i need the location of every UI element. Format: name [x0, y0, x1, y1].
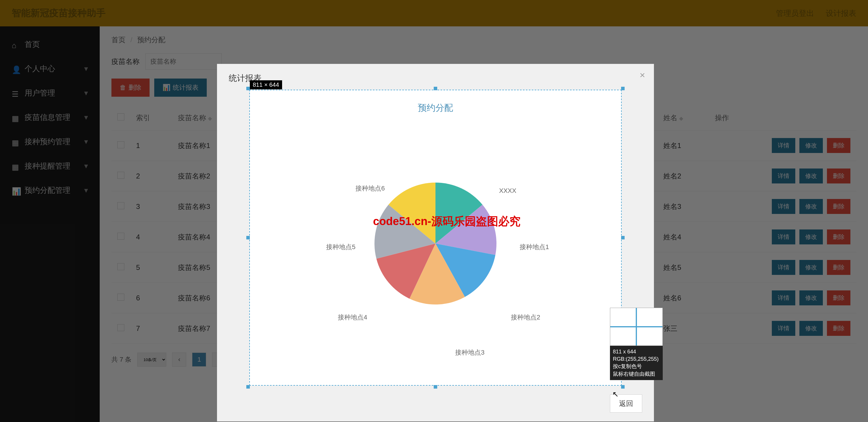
pie-label: 接种地点2 — [511, 313, 540, 322]
picker-hint: 鼠标右键自由截图 — [613, 370, 660, 378]
picker-info: 811 x 644 RGB:(255,255,255) 按c复制色号 鼠标右键自… — [610, 346, 663, 380]
pie-label: 接种地点5 — [326, 242, 355, 252]
watermark-text: code51.cn-源码乐园盗图必究 — [373, 214, 521, 229]
close-icon[interactable]: × — [640, 70, 645, 80]
selection-dimensions: 811 × 644 — [250, 80, 282, 89]
chart-area: 811 × 644 预约分配 code51.cn-源码乐园盗图必究 XXXX 接… — [249, 90, 622, 386]
pie-label: 接种地点3 — [455, 348, 485, 357]
pie-label: 接种地点4 — [338, 313, 367, 322]
cursor-icon: ↖ — [612, 390, 619, 399]
pie-label: 接种地点6 — [355, 184, 385, 193]
color-picker-tooltip: 811 x 644 RGB:(255,255,255) 按c复制色号 鼠标右键自… — [610, 308, 663, 380]
picker-dim: 811 x 644 — [613, 348, 660, 355]
picker-rgb: RGB:(255,255,255) — [613, 355, 660, 363]
pie-label: 接种地点1 — [520, 242, 549, 252]
chart-title: 预约分配 — [250, 90, 621, 114]
picker-hint: 按c复制色号 — [613, 363, 660, 370]
pie-label: XXXX — [499, 187, 517, 195]
magnifier — [610, 308, 663, 346]
stats-modal: 统计报表 × 811 × 644 预约分配 code51.cn-源码乐园盗图必究… — [217, 64, 654, 421]
modal-title: 统计报表 — [229, 73, 642, 84]
